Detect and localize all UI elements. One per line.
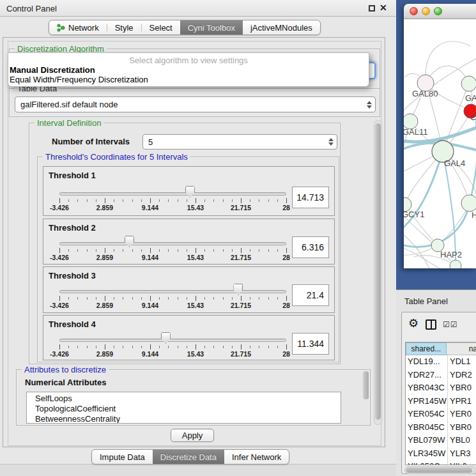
vertical-scrollbar[interactable] [374, 120, 382, 425]
table-cell[interactable]: YPR1 [448, 395, 476, 408]
tab-cyni-toolbox[interactable]: Cyni Toolbox [180, 20, 243, 35]
tab-discretize-data[interactable]: Discretize Data [153, 450, 224, 464]
table-row[interactable]: YBR043CYBR0 [406, 381, 476, 395]
numerical-attributes-list[interactable]: SelfLoopsTopologicalCoefficientBetweenne… [26, 392, 341, 424]
table-row[interactable]: YDR27...YDR2 [406, 369, 476, 382]
tab-network[interactable]: Network [49, 20, 107, 35]
table-cell[interactable]: YDL1 [448, 355, 476, 369]
network-node[interactable] [450, 260, 461, 268]
attribute-list-item[interactable]: TopologicalCoefficient [27, 404, 341, 414]
table-cell[interactable]: YDR2 [448, 369, 476, 382]
table-panel-inset: ⚙ ☑☑ shared... na YDL19...YDL1YDR27...YD… [401, 312, 476, 474]
column-header-name[interactable]: na [447, 342, 476, 355]
slider-tick [96, 297, 96, 300]
table-row[interactable]: YER054CYER0 [406, 408, 476, 421]
slider-tick [132, 199, 133, 202]
table-row[interactable]: YDL19...YDL1 [406, 355, 476, 369]
numerical-attributes-label: Numerical Attributes [25, 378, 106, 387]
table-cell[interactable]: YBR043C [406, 381, 448, 395]
slider-tick [213, 297, 214, 300]
slider-tick [77, 346, 78, 348]
slider-tick [277, 249, 278, 252]
threshold-value-field[interactable]: 21.4 [292, 284, 329, 306]
float-window-icon[interactable] [369, 5, 375, 12]
minimize-traffic-light-icon[interactable] [422, 7, 430, 15]
slider-tick-label: 9.144 [142, 254, 158, 261]
slider-thumb[interactable] [125, 236, 134, 247]
tab-jactivemnodules[interactable]: jActiveMNodules [243, 20, 320, 35]
slider-tick [213, 249, 214, 252]
tab-style[interactable]: Style [107, 20, 141, 35]
slider-track[interactable] [59, 192, 286, 196]
tab-impute-data[interactable]: Impute Data [92, 450, 153, 464]
column-checkbox-icons[interactable]: ☑☑ [443, 320, 458, 329]
slider-tick [141, 249, 142, 252]
table-row[interactable]: YLR345WYLR3 [406, 447, 476, 461]
table-data-combobox[interactable]: galFiltered.sif default node [15, 96, 376, 112]
split-panel-icon[interactable] [426, 319, 436, 330]
table-row[interactable]: YBL079WYBL0 [406, 434, 476, 447]
table-cell[interactable]: YBL079W [406, 434, 448, 447]
table-cell[interactable]: YIL0 [448, 460, 476, 465]
slider-track[interactable] [59, 290, 286, 293]
network-node[interactable] [461, 195, 476, 211]
threshold-value-field[interactable]: 6.316 [292, 236, 329, 258]
network-graph[interactable]: GAL80 GA C GAL11 GAL4 GCY1 H HAP2 [404, 19, 476, 268]
table-cell[interactable]: YDR27... [406, 369, 448, 382]
slider-tick [59, 248, 60, 253]
slider-tick [159, 199, 160, 202]
table-cell[interactable]: YBR0 [448, 381, 476, 395]
tab-select[interactable]: Select [142, 20, 180, 35]
network-canvas[interactable]: GAL80 GA C GAL11 GAL4 GCY1 H HAP2 [404, 19, 476, 268]
slider-tick [232, 249, 233, 252]
number-of-intervals-combobox[interactable]: 5 [142, 134, 337, 150]
slider-tick [241, 248, 242, 253]
column-header-shared-name[interactable]: shared... [406, 342, 447, 355]
table-cell[interactable]: YIL052C [406, 460, 448, 465]
network-view-window[interactable]: GAL80 GA C GAL11 GAL4 GCY1 H HAP2 [404, 4, 476, 268]
table-cell[interactable]: YBL0 [448, 434, 476, 447]
slider-thumb[interactable] [161, 332, 171, 344]
slider-ticks [59, 198, 286, 204]
table-row[interactable]: YBR045CYBR0 [406, 421, 476, 434]
table-cell[interactable]: YER0 [448, 408, 476, 421]
slider-thumb[interactable] [233, 284, 243, 295]
slider-tick [232, 346, 233, 348]
apply-button[interactable]: Apply [171, 429, 214, 442]
slider-tick-label: 28 [282, 350, 290, 358]
list-scrollbar-thumb[interactable] [363, 371, 369, 399]
table-row[interactable]: YIL052CYIL0 [406, 460, 476, 465]
tab-infer-network[interactable]: Infer Network [224, 450, 289, 464]
scrollbar-thumb[interactable] [375, 123, 381, 420]
close-icon[interactable]: ✕ [380, 3, 387, 13]
scrollbar-thumb[interactable] [406, 468, 472, 473]
table-cell[interactable]: YER054C [406, 408, 448, 421]
threshold-value-field[interactable]: 11.344 [292, 333, 329, 355]
gear-icon[interactable]: ⚙ [408, 316, 418, 330]
threshold-value-field[interactable]: 14.713 [292, 187, 329, 208]
slider-track[interactable] [59, 242, 286, 245]
slider-thumb[interactable] [185, 186, 195, 197]
table-cell[interactable]: YBR045C [406, 421, 448, 434]
slider-track[interactable] [59, 339, 286, 342]
dropdown-prompt: Select algorithm to view settings [8, 56, 369, 65]
dropdown-option-manual-discretization[interactable]: Manual Discretization [8, 65, 369, 75]
network-window-titlebar[interactable] [404, 4, 476, 19]
table-row[interactable]: YPR145WYPR1 [406, 395, 476, 408]
table-cell[interactable]: YDL19... [406, 355, 448, 369]
slider-tick [250, 346, 250, 348]
network-node[interactable] [461, 76, 476, 91]
table-cell[interactable]: YLR345W [406, 447, 448, 461]
slider-tick [213, 199, 214, 202]
attribute-list-item[interactable]: SelfLoops [27, 394, 341, 404]
close-traffic-light-icon[interactable] [410, 7, 418, 15]
table-cell[interactable]: YLR3 [448, 447, 476, 461]
table-cell[interactable]: YPR145W [406, 395, 448, 408]
horizontal-scrollbar[interactable] [404, 466, 476, 474]
network-nodes[interactable] [404, 75, 476, 268]
table-cell[interactable]: YBR0 [448, 421, 476, 434]
attribute-list-item[interactable]: BetweennessCentrality [27, 414, 341, 424]
dropdown-option-equal-width-frequency[interactable]: Equal Width/Frequency Discretization [8, 75, 369, 84]
node-attribute-table[interactable]: shared... na YDL19...YDL1YDR27...YDR2YBR… [405, 342, 476, 465]
zoom-traffic-light-icon[interactable] [434, 7, 442, 15]
